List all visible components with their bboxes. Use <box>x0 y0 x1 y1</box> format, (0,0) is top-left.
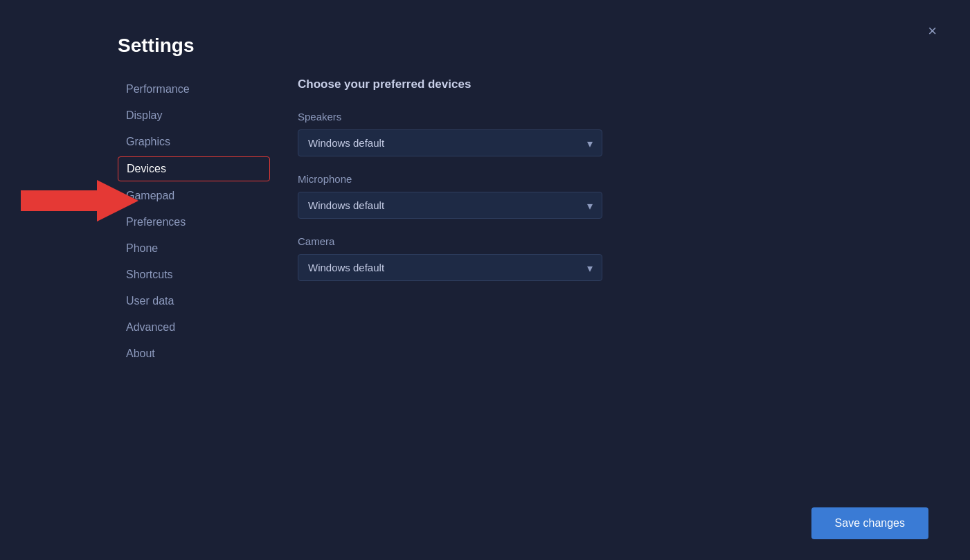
camera-select[interactable]: Windows default Built-in Camera External… <box>298 254 602 281</box>
camera-section: Camera Windows default Built-in Camera E… <box>298 235 942 281</box>
footer: Save changes <box>811 507 928 539</box>
microphone-select[interactable]: Windows default Built-in Microphone Exte… <box>298 192 602 219</box>
speakers-select[interactable]: Windows default Headphones Speakers <box>298 129 602 156</box>
sidebar-item-graphics[interactable]: Graphics <box>118 130 270 154</box>
sidebar-item-performance[interactable]: Performance <box>118 78 270 101</box>
close-button[interactable]: × <box>922 21 942 42</box>
sidebar-item-devices[interactable]: Devices <box>118 156 270 181</box>
sidebar-item-display[interactable]: Display <box>118 104 270 127</box>
speakers-label: Speakers <box>298 111 942 123</box>
settings-title: Settings <box>118 21 970 57</box>
sidebar-item-shortcuts[interactable]: Shortcuts <box>118 263 270 287</box>
content-heading: Choose your preferred devices <box>298 78 942 91</box>
sidebar-item-gamepad[interactable]: Gamepad <box>118 184 270 208</box>
sidebar-item-phone[interactable]: Phone <box>118 237 270 260</box>
microphone-label: Microphone <box>298 173 942 185</box>
sidebar: Performance Display Graphics Devices Gam… <box>118 78 270 560</box>
camera-select-wrapper: Windows default Built-in Camera External… <box>298 254 602 281</box>
microphone-select-wrapper: Windows default Built-in Microphone Exte… <box>298 192 602 219</box>
camera-label: Camera <box>298 235 942 247</box>
sidebar-item-about[interactable]: About <box>118 342 270 365</box>
speakers-section: Speakers Windows default Headphones Spea… <box>298 111 942 156</box>
sidebar-item-user-data[interactable]: User data <box>118 289 270 313</box>
microphone-section: Microphone Windows default Built-in Micr… <box>298 173 942 219</box>
speakers-select-wrapper: Windows default Headphones Speakers <box>298 129 602 156</box>
sidebar-item-preferences[interactable]: Preferences <box>118 210 270 234</box>
sidebar-item-advanced[interactable]: Advanced <box>118 316 270 339</box>
save-button[interactable]: Save changes <box>811 507 928 539</box>
content-area: Choose your preferred devices Speakers W… <box>270 78 970 560</box>
